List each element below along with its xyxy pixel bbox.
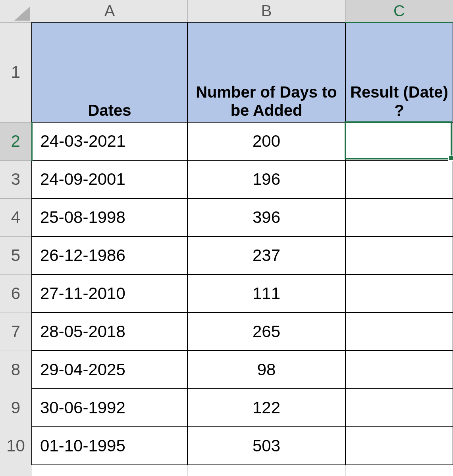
cell-B5[interactable]: 237	[187, 236, 345, 274]
row-header-11[interactable]	[0, 465, 32, 476]
cell-C9[interactable]	[345, 389, 453, 427]
row-header-8[interactable]: 8	[0, 351, 32, 389]
row-header-7[interactable]: 7	[0, 313, 32, 351]
cell-B8[interactable]: 98	[187, 351, 345, 389]
row-header-9[interactable]: 9	[0, 389, 32, 427]
column-header-row: A B C	[0, 0, 453, 22]
column-header-B[interactable]: B	[187, 0, 345, 22]
cell-C4[interactable]	[345, 198, 453, 236]
row-header-5[interactable]: 5	[0, 236, 32, 274]
cell-B9[interactable]: 122	[187, 389, 345, 427]
cell-C10[interactable]	[345, 427, 453, 465]
select-all-corner[interactable]	[0, 0, 32, 22]
data-row-6: 6 27-11-2010 111	[0, 274, 453, 313]
cell-A9[interactable]: 30-06-1992	[32, 389, 187, 427]
data-row-10: 10 01-10-1995 503	[0, 427, 453, 465]
cell-A6[interactable]: 27-11-2010	[32, 274, 187, 313]
row-header-1[interactable]: 1	[0, 22, 32, 122]
spreadsheet: A B C 1 Dates Number of Days to be Added…	[0, 0, 453, 476]
cell-A5[interactable]: 26-12-1986	[32, 236, 187, 274]
cell-C3[interactable]	[345, 160, 453, 198]
header-days-added[interactable]: Number of Days to be Added	[187, 22, 345, 122]
cell-C7[interactable]	[345, 313, 453, 351]
cell-C6[interactable]	[345, 274, 453, 313]
cell-A7[interactable]: 28-05-2018	[32, 313, 187, 351]
cell-B3[interactable]: 196	[187, 160, 345, 198]
data-row-5: 5 26-12-1986 237	[0, 236, 453, 274]
cell-A2[interactable]: 24-03-2021	[32, 122, 187, 160]
cell-C11[interactable]	[345, 465, 453, 476]
data-row-4: 4 25-08-1998 396	[0, 198, 453, 236]
column-header-C[interactable]: C	[345, 0, 453, 22]
cell-B10[interactable]: 503	[187, 427, 345, 465]
cell-B11[interactable]	[187, 465, 345, 476]
row-header-2[interactable]: 2	[0, 122, 32, 160]
grid[interactable]: A B C 1 Dates Number of Days to be Added…	[0, 0, 453, 476]
data-row-3: 3 24-09-2001 196	[0, 160, 453, 198]
data-row-1: 1 Dates Number of Days to be Added Resul…	[0, 22, 453, 122]
row-header-10[interactable]: 10	[0, 427, 32, 465]
cell-A11[interactable]	[32, 465, 187, 476]
column-header-A[interactable]: A	[32, 0, 187, 22]
data-row-9: 9 30-06-1992 122	[0, 389, 453, 427]
cell-C5[interactable]	[345, 236, 453, 274]
cell-A3[interactable]: 24-09-2001	[32, 160, 187, 198]
cell-C8[interactable]	[345, 351, 453, 389]
cell-B2[interactable]: 200	[187, 122, 345, 160]
data-row-11	[0, 465, 453, 476]
row-header-4[interactable]: 4	[0, 198, 32, 236]
cell-A10[interactable]: 01-10-1995	[32, 427, 187, 465]
row-header-3[interactable]: 3	[0, 160, 32, 198]
cell-C2[interactable]	[345, 122, 453, 160]
data-row-7: 7 28-05-2018 265	[0, 313, 453, 351]
data-row-8: 8 29-04-2025 98	[0, 351, 453, 389]
data-row-2: 2 24-03-2021 200	[0, 122, 453, 160]
header-dates[interactable]: Dates	[32, 22, 187, 122]
cell-B6[interactable]: 111	[187, 274, 345, 313]
header-result[interactable]: Result (Date) ?	[345, 22, 453, 122]
row-header-6[interactable]: 6	[0, 274, 32, 313]
cell-B7[interactable]: 265	[187, 313, 345, 351]
cell-B4[interactable]: 396	[187, 198, 345, 236]
cell-A8[interactable]: 29-04-2025	[32, 351, 187, 389]
cell-A4[interactable]: 25-08-1998	[32, 198, 187, 236]
